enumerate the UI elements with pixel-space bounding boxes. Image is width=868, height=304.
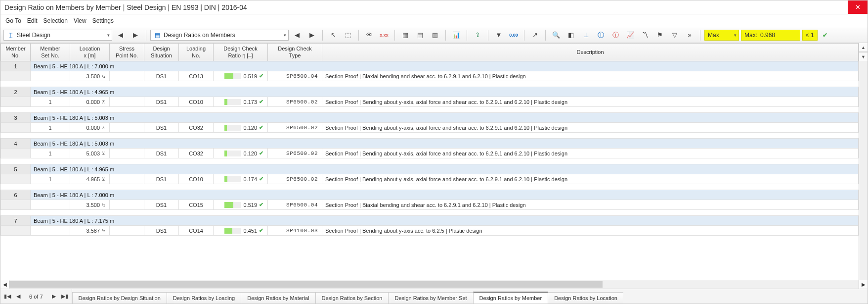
check-type: SP6500.02 — [268, 149, 322, 158]
group-row[interactable]: 7Beam | 5 - HE 180 A | L : 7.175 m — [1, 216, 859, 226]
view3d-button[interactable]: ◧ — [564, 29, 577, 41]
page-nav: ▮◀ ◀ 6 of 7 ▶ ▶▮ — [0, 289, 72, 304]
stress-point — [110, 71, 144, 81]
table-row[interactable]: 3.500¹₂DS1CO150.519✔SP6500.04Section Pro… — [1, 200, 859, 210]
grid-button-1[interactable]: ▦ — [399, 29, 412, 41]
column-header[interactable]: StressPoint No. — [110, 44, 144, 61]
vertical-scrollbar[interactable]: ▲ ▼ — [859, 43, 868, 280]
scroll-track[interactable] — [9, 280, 859, 289]
export-button[interactable]: ⇪ — [471, 29, 484, 41]
profile-button[interactable]: Ⓘ — [594, 29, 607, 41]
window-title: Design Ratio on Members by Member | Stee… — [0, 3, 247, 11]
scroll-thumb[interactable] — [9, 281, 603, 288]
loading-no: CO10 — [179, 174, 214, 184]
pointer-button[interactable]: ↗ — [528, 29, 541, 41]
scroll-left-button[interactable]: ◀ — [0, 280, 9, 289]
check-icon: ✔ — [820, 32, 830, 39]
scroll-right-button[interactable]: ▶ — [859, 280, 868, 289]
column-header[interactable]: Locationx [m] — [70, 44, 110, 61]
design-situation: DS1 — [144, 200, 179, 210]
column-header[interactable]: Design CheckRatio η [–] — [214, 44, 268, 61]
window: Design Ratio on Members by Member | Stee… — [0, 0, 868, 304]
table-row[interactable]: 10.000⊼DS1CO320.120✔SP6500.02Section Pro… — [1, 123, 859, 133]
footer-tab[interactable]: Design Ratios by Member Set — [388, 292, 473, 304]
next-module-button[interactable]: ▶ — [129, 29, 142, 41]
first-page-button[interactable]: ▮◀ — [3, 293, 11, 300]
stress-point — [110, 149, 144, 158]
view-label: Design Ratios on Members — [164, 32, 235, 39]
location: 3.500¹₂ — [70, 71, 110, 81]
info-button[interactable]: ⓘ — [609, 29, 622, 41]
select-window-button[interactable]: ⬚ — [342, 29, 354, 41]
column-header[interactable]: LoadingNo. — [179, 44, 214, 61]
page-indicator: 6 of 7 — [25, 294, 47, 300]
group-row[interactable]: 2Beam | 5 - HE 180 A | L : 4.965 m — [1, 87, 859, 97]
zoom-button[interactable]: 🔍 — [550, 29, 563, 41]
table-row[interactable]: 15.003⊻DS1CO320.120✔SP6500.02Section Pro… — [1, 149, 859, 158]
group-row[interactable]: 3Beam | 5 - HE 180 A | L : 5.003 m — [1, 113, 859, 123]
flag-button[interactable]: ⚑ — [653, 29, 666, 41]
column-header[interactable]: MemberSet No. — [31, 44, 70, 61]
column-header[interactable]: DesignSituation — [144, 44, 179, 61]
menu-selection[interactable]: Selection — [43, 17, 68, 24]
decimal-button[interactable]: 0.00 — [507, 29, 520, 41]
scroll-up-button[interactable]: ▲ — [859, 43, 868, 52]
footer-tab[interactable]: Design Ratios by Section — [315, 292, 389, 304]
menu-edit[interactable]: Edit — [27, 17, 38, 24]
row-num — [1, 226, 31, 236]
scroll-down-button[interactable]: ▼ — [859, 52, 868, 61]
view-dropdown[interactable]: ▤ Design Ratios on Members ▾ — [150, 30, 289, 41]
diagram-button[interactable]: 📊 — [450, 29, 463, 41]
select-object-button[interactable]: ↖ — [327, 29, 340, 41]
stress-point — [110, 226, 144, 236]
design-situation: DS1 — [144, 174, 179, 184]
stress-point — [110, 97, 144, 107]
grid-button-3[interactable]: ▥ — [429, 29, 441, 41]
group-row[interactable]: 6Beam | 5 - HE 180 A | L : 7.000 m — [1, 190, 859, 200]
horizontal-scrollbar[interactable]: ◀ ▶ — [0, 280, 868, 289]
menu-view[interactable]: View — [74, 17, 87, 24]
toolbar: ⌶ Steel Design ▾ ◀ ▶ ▤ Design Ratios on … — [0, 27, 868, 43]
prev-module-button[interactable]: ◀ — [114, 29, 127, 41]
close-button[interactable]: ✕ — [848, 0, 868, 14]
table-row[interactable]: 3.587¹₂DS1CO140.451✔SP4100.03Section Pro… — [1, 226, 859, 236]
check-type: SP6500.02 — [268, 123, 322, 133]
footer-tab[interactable]: Design Ratios by Loading — [167, 292, 241, 304]
menu-goto[interactable]: Go To — [5, 17, 21, 24]
menu-settings[interactable]: Settings — [92, 17, 114, 24]
footer-tab[interactable]: Design Ratios by Design Situation — [72, 292, 167, 304]
footer-tab[interactable]: Design Ratios by Location — [548, 292, 623, 304]
filter-mode-dropdown[interactable]: Max ▾ — [704, 30, 739, 41]
filter-button[interactable]: ▼ — [492, 29, 505, 41]
loading-no: CO32 — [179, 149, 214, 158]
column-header[interactable]: Description — [322, 44, 859, 61]
footer-tab[interactable]: Design Ratios by Material — [241, 292, 315, 304]
more-button[interactable]: » — [683, 29, 696, 41]
prev-view-button[interactable]: ◀ — [291, 29, 304, 41]
show-values-button[interactable]: x.xx — [378, 29, 391, 41]
description: Section Proof | Biaxial bending and shea… — [322, 71, 859, 81]
next-page-button[interactable]: ▶ — [50, 293, 58, 300]
chevron-down-icon: ▾ — [284, 33, 286, 38]
table-row[interactable]: 14.965⊻DS1CO100.174✔SP6500.02Section Pro… — [1, 174, 859, 184]
table-row[interactable]: 10.000⊼DS1CO100.173✔SP6500.02Section Pro… — [1, 97, 859, 107]
footer-tab[interactable]: Design Ratios by Member — [473, 292, 549, 304]
group-row[interactable]: 5Beam | 5 - HE 180 A | L : 4.965 m — [1, 164, 859, 174]
results-table: MemberNo.MemberSet No.Locationx [m]Stres… — [0, 43, 859, 242]
filter2-button[interactable]: ▽ — [668, 29, 681, 41]
graph-button[interactable]: 〽 — [639, 29, 651, 41]
column-header[interactable]: Design CheckType — [268, 44, 322, 61]
group-row[interactable]: 4Beam | 5 - HE 180 A | L : 5.003 m — [1, 139, 859, 149]
prev-page-button[interactable]: ◀ — [14, 293, 22, 300]
show-eye-button[interactable]: 👁 — [363, 29, 376, 41]
table-row[interactable]: 3.500¹₂DS1CO130.519✔SP6500.04Section Pro… — [1, 71, 859, 81]
section-button[interactable]: ⊥ — [579, 29, 592, 41]
member-set — [31, 200, 70, 210]
chart-button[interactable]: 📈 — [624, 29, 637, 41]
grid-button-2[interactable]: ▤ — [414, 29, 427, 41]
design-module-dropdown[interactable]: ⌶ Steel Design ▾ — [3, 30, 112, 41]
last-page-button[interactable]: ▶▮ — [61, 293, 69, 300]
column-header[interactable]: MemberNo. — [1, 44, 31, 61]
group-row[interactable]: 1Beam | 5 - HE 180 A | L : 7.000 m — [1, 61, 859, 71]
next-view-button[interactable]: ▶ — [305, 29, 318, 41]
